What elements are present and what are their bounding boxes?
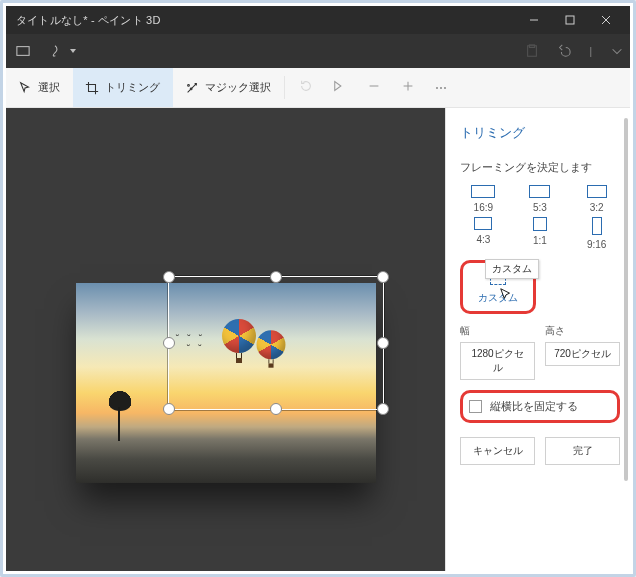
menu-button[interactable] [16,44,30,58]
tools-bar: 選択 トリミング マジック選択 ⋯ [6,68,630,108]
svg-marker-9 [335,81,341,90]
rotate-icon[interactable] [299,79,313,97]
lock-ratio-checkbox[interactable] [469,400,482,413]
window-buttons [516,6,624,34]
ribbon-sep: | [589,46,592,57]
aspect-ratio-icon [471,185,495,198]
custom-tooltip: カスタム [485,259,539,279]
titlebar: タイトルなし* - ペイント 3D [6,6,630,34]
flip-icon[interactable] [333,79,347,97]
cursor-icon [499,287,513,303]
crop-handle[interactable] [163,271,175,283]
aspect-ratio-grid: 16:95:33:24:31:19:16 [460,185,620,250]
aspect-ratio-icon [533,217,547,231]
aspect-ratio-label: 16:9 [474,202,493,213]
paste-icon[interactable] [525,44,539,58]
height-label: 高さ [545,324,620,338]
dimensions-row: 幅 1280ピクセル 高さ 720ピクセル [460,324,620,380]
aspect-ratio-label: 5:3 [533,202,547,213]
framing-label: フレーミングを決定します [460,160,620,175]
app-inner: タイトルなし* - ペイント 3D | 選択 トリミング [6,6,630,571]
aspect-ratio-option[interactable]: 16:9 [471,185,495,213]
more-icon[interactable]: ⋯ [435,81,449,95]
height-input[interactable]: 720ピクセル [545,342,620,366]
sidebar-title: トリミング [460,124,620,142]
brush-dropdown[interactable] [48,44,76,58]
crop-sidebar: トリミング フレーミングを決定します 16:95:33:24:31:19:16 … [445,108,630,571]
tool-magic-label: マジック選択 [205,80,271,95]
cancel-button[interactable]: キャンセル [460,437,535,465]
expand-button[interactable] [610,44,624,58]
tool-magic-select[interactable]: マジック選択 [173,68,284,107]
sidebar-scrollbar[interactable] [624,118,628,481]
aspect-ratio-option[interactable]: 3:2 [587,185,607,213]
aspect-ratio-option[interactable]: 5:3 [529,185,550,213]
done-button[interactable]: 完了 [545,437,620,465]
aspect-ratio-label: 9:16 [587,239,606,250]
tool-crop[interactable]: トリミング [73,68,173,107]
zoom-in-icon[interactable] [401,79,415,97]
aspect-ratio-option[interactable]: 4:3 [474,217,492,250]
maximize-button[interactable] [552,6,588,34]
zoom-out-icon[interactable] [367,79,381,97]
app-window: タイトルなし* - ペイント 3D | 選択 トリミング [0,0,636,577]
crop-handle[interactable] [377,271,389,283]
close-button[interactable] [588,6,624,34]
crop-handle[interactable] [270,271,282,283]
crop-rectangle[interactable] [168,276,384,410]
crop-handle[interactable] [163,403,175,415]
aspect-ratio-label: 3:2 [590,202,604,213]
crop-handle[interactable] [270,403,282,415]
aspect-ratio-label: 4:3 [476,234,490,245]
action-buttons: キャンセル 完了 [460,437,620,465]
aspect-ratio-option[interactable]: 1:1 [533,217,547,250]
toolbar-extra: ⋯ [285,68,463,107]
ribbon: | [6,34,630,68]
tool-select[interactable]: 選択 [6,68,73,107]
window-title: タイトルなし* - ペイント 3D [16,13,516,28]
aspect-ratio-icon [474,217,492,230]
width-input[interactable]: 1280ピクセル [460,342,535,380]
crop-handle[interactable] [377,337,389,349]
svg-point-7 [188,84,190,86]
canvas-area[interactable]: ˘ ˘ ˘ ˘ ˘ [6,108,445,571]
undo-button[interactable] [557,44,571,58]
minimize-button[interactable] [516,6,552,34]
aspect-ratio-icon [529,185,550,198]
aspect-ratio-option[interactable]: 9:16 [587,217,606,250]
crop-handle[interactable] [377,403,389,415]
lock-ratio-label: 縦横比を固定する [490,399,578,414]
svg-rect-1 [566,16,574,24]
crop-handle[interactable] [163,337,175,349]
tool-crop-label: トリミング [105,80,160,95]
tool-select-label: 選択 [38,80,60,95]
custom-ratio-highlight: カスタム カスタム [460,260,536,314]
lock-ratio-highlight: 縦横比を固定する [460,390,620,423]
svg-rect-4 [17,47,29,56]
aspect-ratio-label: 1:1 [533,235,547,246]
aspect-ratio-icon [592,217,602,235]
content-row: ˘ ˘ ˘ ˘ ˘ トリミング フレーミングを決定します 16:95:33:24… [6,108,630,571]
aspect-ratio-icon [587,185,607,198]
width-label: 幅 [460,324,535,338]
